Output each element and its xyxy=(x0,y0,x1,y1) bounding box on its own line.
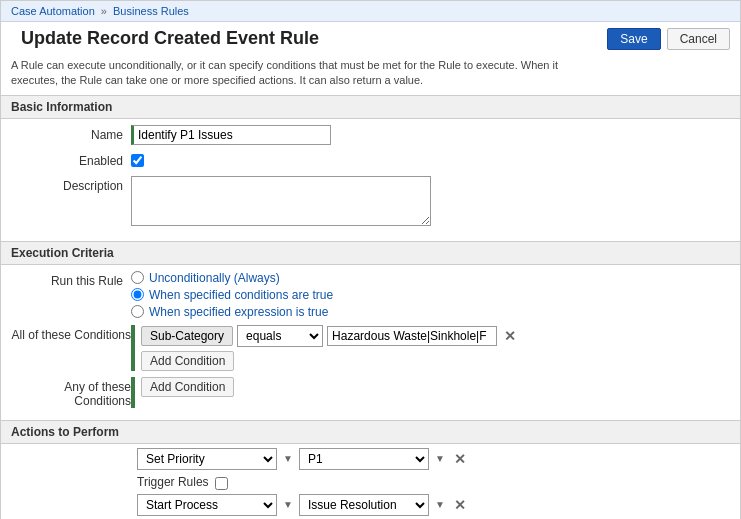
basic-info-section: Basic Information xyxy=(1,95,740,119)
condition-value-input[interactable] xyxy=(327,326,497,346)
execution-section: Execution Criteria xyxy=(1,241,740,265)
breadcrumb-part1[interactable]: Case Automation xyxy=(11,5,95,17)
any-conditions-label: Any of these Conditions xyxy=(11,377,131,408)
enabled-checkbox[interactable] xyxy=(131,154,144,167)
action1-arrow: ▼ xyxy=(283,453,293,464)
action2-value-select[interactable]: Issue Resolution Escalation Process Revi… xyxy=(299,494,429,516)
description-textarea[interactable] xyxy=(131,176,431,226)
remove-action1-button[interactable]: ✕ xyxy=(451,452,469,466)
action-row-2: Set Priority Start Process Set Field Sen… xyxy=(137,494,730,516)
action1-value-arrow: ▼ xyxy=(435,453,445,464)
trigger-rules-row: Trigger Rules xyxy=(137,474,730,490)
any-conditions-content: Add Condition xyxy=(141,377,730,397)
all-conditions-bar xyxy=(131,325,135,371)
description-label: Description xyxy=(11,176,131,193)
all-conditions-label: All of these Conditions xyxy=(11,325,131,342)
action1-value-select[interactable]: P1 P2 P3 P4 xyxy=(299,448,429,470)
description-text: A Rule can execute unconditionally, or i… xyxy=(11,58,571,89)
action2-type-select[interactable]: Set Priority Start Process Set Field Sen… xyxy=(137,494,277,516)
condition-row-1: Sub-Category equals not equals contains … xyxy=(141,325,730,347)
run-rule-label: Run this Rule xyxy=(11,271,131,288)
name-input[interactable] xyxy=(131,125,331,145)
trigger-rules-label: Trigger Rules xyxy=(137,475,209,489)
enabled-label: Enabled xyxy=(11,151,131,168)
add-condition-button[interactable]: Add Condition xyxy=(141,351,234,371)
option2-label[interactable]: When specified conditions are true xyxy=(149,288,333,302)
breadcrumb-separator: » xyxy=(101,5,107,17)
page-title: Update Record Created Event Rule xyxy=(21,28,319,49)
add-condition-row: Add Condition xyxy=(141,351,730,371)
radio-expression[interactable] xyxy=(131,305,144,318)
option3-label[interactable]: When specified expression is true xyxy=(149,305,328,319)
action2-value-arrow: ▼ xyxy=(435,499,445,510)
breadcrumb-part2[interactable]: Business Rules xyxy=(113,5,189,17)
any-conditions-bar xyxy=(131,377,135,408)
header-cancel-button[interactable]: Cancel xyxy=(667,28,730,50)
breadcrumb: Case Automation » Business Rules xyxy=(11,5,730,17)
radio-conditions[interactable] xyxy=(131,288,144,301)
remove-condition-button[interactable]: ✕ xyxy=(501,329,519,343)
name-label: Name xyxy=(11,125,131,142)
action-row-1: Set Priority Start Process Set Field Sen… xyxy=(137,448,730,470)
remove-action2-button[interactable]: ✕ xyxy=(451,498,469,512)
subcategory-button[interactable]: Sub-Category xyxy=(141,326,233,346)
header-save-button[interactable]: Save xyxy=(607,28,660,50)
operator-select[interactable]: equals not equals contains starts with e… xyxy=(237,325,323,347)
all-conditions-content: Sub-Category equals not equals contains … xyxy=(141,325,730,371)
actions-section: Actions to Perform xyxy=(1,420,740,444)
run-rule-options: Unconditionally (Always) When specified … xyxy=(131,271,730,319)
action1-type-select[interactable]: Set Priority Start Process Set Field Sen… xyxy=(137,448,277,470)
add-any-condition-row: Add Condition xyxy=(141,377,730,397)
trigger-rules-checkbox[interactable] xyxy=(215,477,228,490)
radio-unconditional[interactable] xyxy=(131,271,144,284)
option1-label[interactable]: Unconditionally (Always) xyxy=(149,271,280,285)
action2-arrow: ▼ xyxy=(283,499,293,510)
add-any-condition-button[interactable]: Add Condition xyxy=(141,377,234,397)
